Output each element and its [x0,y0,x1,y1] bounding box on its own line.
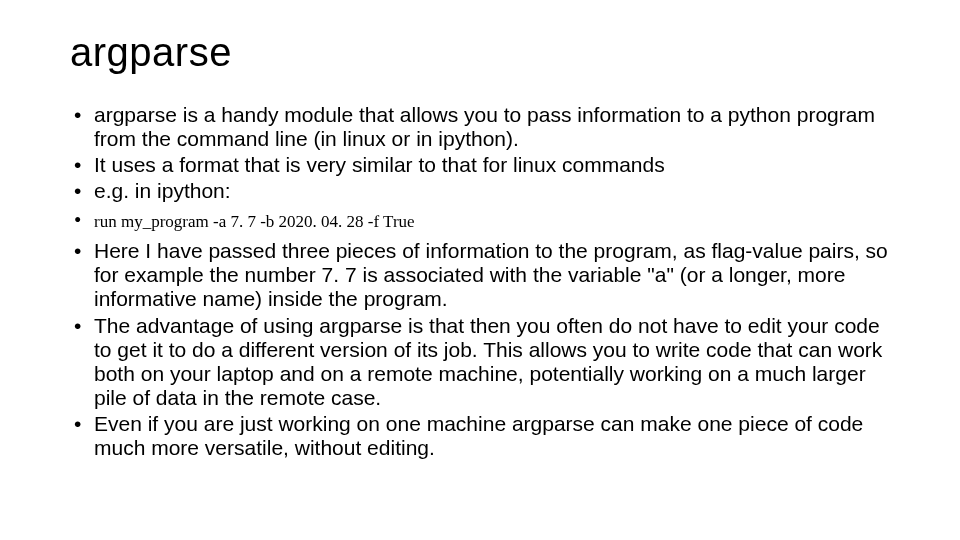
slide: argparse argparse is a handy module that… [0,0,960,540]
bullet-item: argparse is a handy module that allows y… [70,103,890,151]
bullet-item: The advantage of using argparse is that … [70,314,890,411]
bullet-item: e.g. in ipython: [70,179,890,203]
bullet-item: Even if you are just working on one mach… [70,412,890,460]
slide-title: argparse [70,30,890,75]
bullet-list: argparse is a handy module that allows y… [70,103,890,460]
bullet-item-code: run my_program -a 7. 7 -b 2020. 04. 28 -… [70,206,890,238]
bullet-item: Here I have passed three pieces of infor… [70,239,890,311]
bullet-item: It uses a format that is very similar to… [70,153,890,177]
